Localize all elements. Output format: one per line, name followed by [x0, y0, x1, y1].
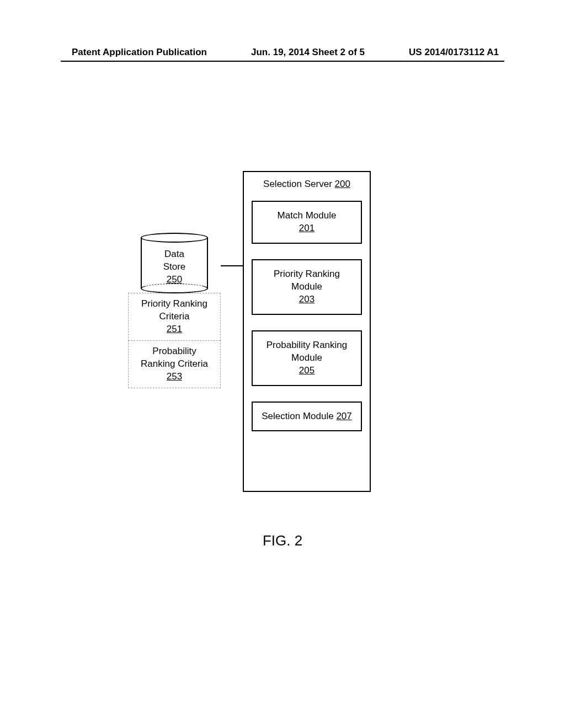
match-module: Match Module 201 — [252, 201, 362, 244]
selection-server-box: Selection Server 200 Match Module 201 Pr… — [243, 171, 371, 492]
sub2-line1: Probability — [152, 346, 196, 356]
figure-label: FIG. 2 — [0, 532, 565, 549]
mod4-ref: 207 — [336, 411, 351, 421]
sub1-ref: 251 — [167, 324, 182, 334]
probability-ranking-module: Probability Ranking Module 205 — [252, 330, 362, 386]
mod4-line1: Selection Module — [262, 411, 333, 421]
mod1-line1: Match Module — [278, 210, 337, 221]
mod3-line2: Module — [291, 352, 322, 363]
sub2-line2: Ranking Criteria — [141, 358, 208, 369]
mod1-ref: 201 — [299, 223, 315, 233]
ds-line1: Data — [164, 249, 184, 259]
selection-module: Selection Module 207 — [252, 402, 362, 432]
sub1-line2: Criteria — [159, 311, 190, 322]
header-mid: Jun. 19, 2014 Sheet 2 of 5 — [251, 47, 365, 58]
header-right: US 2014/0173112 A1 — [409, 47, 499, 58]
priority-ranking-module: Priority Ranking Module 203 — [252, 259, 362, 315]
data-store-cylinder: Data Store 250 — [141, 233, 208, 293]
header-left: Patent Application Publication — [72, 47, 207, 58]
sub1-line1: Priority Ranking — [141, 298, 207, 309]
ds-ref: 250 — [167, 274, 182, 285]
mod2-line2: Module — [291, 281, 322, 292]
priority-criteria-box: Priority Ranking Criteria 251 — [128, 293, 221, 341]
mod3-line1: Probability Ranking — [266, 340, 347, 350]
sub2-ref: 253 — [167, 371, 182, 382]
mod2-ref: 203 — [299, 294, 315, 304]
header-rule — [61, 61, 504, 62]
data-store-group: Data Store 250 Priority Ranking Criteria… — [128, 233, 221, 388]
cylinder-top — [141, 233, 208, 243]
mod3-ref: 205 — [299, 365, 315, 376]
server-title-text: Selection Server — [263, 179, 332, 189]
mod2-line1: Priority Ranking — [274, 269, 340, 279]
server-title: Selection Server 200 — [252, 179, 362, 190]
probability-criteria-box: Probability Ranking Criteria 253 — [128, 340, 221, 388]
page-header: Patent Application Publication Jun. 19, … — [0, 47, 565, 58]
data-store-label: Data Store 250 — [141, 248, 208, 286]
connector-line — [221, 265, 243, 266]
ds-line2: Store — [163, 261, 186, 272]
server-ref: 200 — [335, 179, 350, 189]
